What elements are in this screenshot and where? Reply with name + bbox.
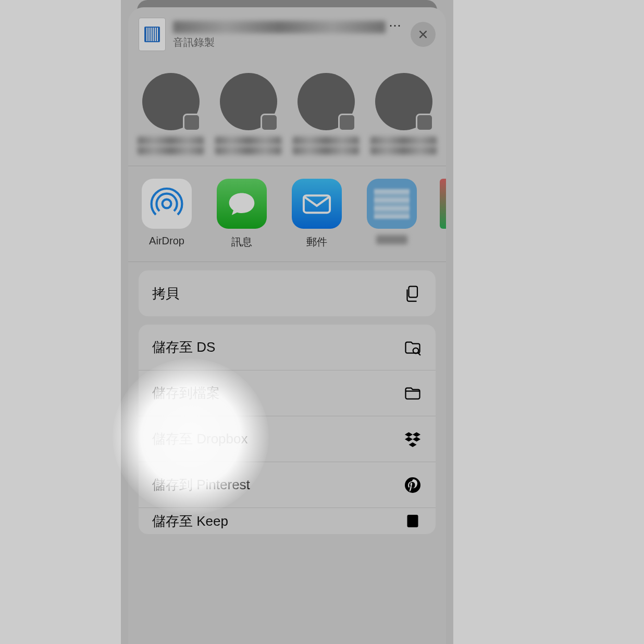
share-contact[interactable]	[367, 73, 440, 156]
copy-icon	[403, 284, 422, 303]
file-name-redacted	[173, 21, 386, 33]
share-header: ⋯ 音訊錄製	[128, 7, 446, 58]
contact-name-redacted	[293, 146, 359, 155]
close-button[interactable]	[411, 22, 436, 47]
actions-section: 拷貝 儲存至 DS 儲存到檔案	[128, 262, 446, 542]
file-subtitle: 音訊錄製	[173, 35, 403, 49]
app-mail[interactable]: 郵件	[290, 179, 344, 249]
svg-point-0	[163, 200, 171, 208]
avatar-app-badge	[183, 114, 201, 131]
contact-name-redacted	[138, 146, 204, 155]
action-group-save: 儲存至 DS 儲存到檔案 儲存至 Dropbox	[139, 325, 436, 534]
app-icon-edge	[440, 179, 446, 229]
contact-name-redacted	[215, 137, 281, 145]
svg-rect-2	[409, 287, 418, 298]
action-label: 儲存到 Pinterest	[152, 476, 250, 494]
app-label-redacted	[376, 235, 407, 244]
page-margin-left	[0, 0, 121, 644]
app-redacted[interactable]	[365, 179, 419, 249]
messages-icon	[217, 179, 267, 229]
dropbox-icon	[403, 430, 422, 449]
file-name-ellipsis: ⋯	[386, 18, 403, 36]
airdrop-icon	[142, 179, 192, 229]
share-contact[interactable]	[212, 73, 284, 156]
action-label: 儲存至 Dropbox	[152, 430, 248, 448]
action-save-ds[interactable]: 儲存至 DS	[139, 325, 436, 370]
page-margin-right	[453, 0, 644, 644]
file-name: ⋯	[173, 20, 403, 34]
contact-name-redacted	[138, 137, 204, 145]
file-thumbnail	[139, 18, 166, 51]
share-contact[interactable]	[290, 73, 362, 156]
share-contact[interactable]	[134, 73, 207, 156]
folder-icon	[403, 384, 422, 403]
avatar-app-badge	[338, 114, 356, 131]
action-label: 儲存至 DS	[152, 338, 215, 356]
app-row-overflow[interactable]	[440, 179, 446, 249]
share-sheet: ⋯ 音訊錄製	[128, 7, 446, 644]
action-label: 拷貝	[152, 284, 179, 303]
pinterest-icon	[403, 476, 422, 494]
keep-icon	[403, 512, 422, 530]
close-icon	[418, 29, 428, 40]
contact-name-redacted	[293, 137, 359, 145]
svg-point-4	[405, 477, 420, 493]
app-messages[interactable]: 訊息	[215, 179, 269, 249]
contact-name-redacted	[370, 137, 437, 145]
file-meta: ⋯ 音訊錄製	[166, 20, 411, 49]
contact-name-redacted	[370, 146, 437, 155]
avatar-app-badge	[261, 114, 278, 131]
contact-name-redacted	[215, 146, 281, 155]
avatar-app-badge	[416, 114, 434, 131]
action-save-keep[interactable]: 儲存至 Keep	[139, 508, 436, 534]
svg-rect-5	[407, 515, 418, 527]
app-icon-redacted	[367, 179, 417, 229]
action-copy[interactable]: 拷貝	[139, 270, 436, 316]
app-label: AirDrop	[140, 235, 194, 247]
action-label: 儲存到檔案	[152, 384, 220, 402]
action-group-copy: 拷貝	[139, 270, 436, 316]
app-airdrop[interactable]: AirDrop	[140, 179, 194, 249]
folder-search-icon	[403, 338, 422, 357]
action-save-pinterest[interactable]: 儲存到 Pinterest	[139, 462, 436, 508]
action-label: 儲存至 Keep	[152, 512, 228, 530]
action-save-dropbox[interactable]: 儲存至 Dropbox	[139, 416, 436, 462]
people-row[interactable]	[128, 58, 446, 166]
app-label: 訊息	[215, 235, 269, 249]
action-save-files[interactable]: 儲存到檔案	[139, 370, 436, 416]
app-row[interactable]: AirDrop 訊息 郵件	[128, 166, 446, 262]
audio-waveform-icon	[144, 27, 160, 42]
mail-icon	[292, 179, 342, 229]
app-label: 郵件	[290, 235, 344, 249]
